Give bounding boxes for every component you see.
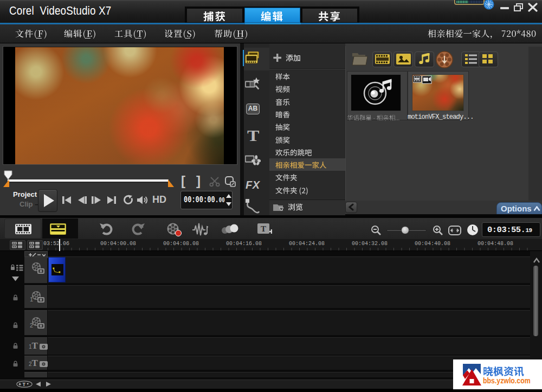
svg-text:T: T (22, 382, 25, 387)
svg-text:T: T (261, 224, 266, 233)
